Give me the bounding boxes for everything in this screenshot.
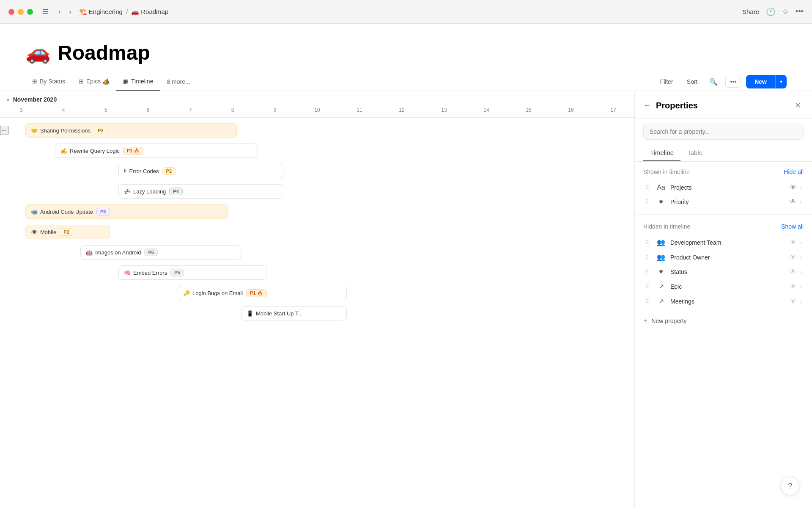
task-lazy[interactable]: 💤 Lazy Loading P4 xyxy=(118,184,283,199)
traffic-lights xyxy=(8,9,33,15)
dev-team-expand-button[interactable]: › xyxy=(800,239,802,246)
help-button[interactable]: ? xyxy=(781,477,799,495)
new-button[interactable]: New xyxy=(746,75,775,88)
status-expand-button[interactable]: › xyxy=(800,268,802,275)
drag-handle-meetings[interactable]: ⠿ xyxy=(645,298,652,305)
priority-expand-button[interactable]: › xyxy=(800,199,802,205)
status-visibility-button[interactable]: 👁 xyxy=(790,268,796,276)
dev-team-visibility-button[interactable]: 👁 xyxy=(790,239,796,246)
property-row-status: ⠿ ♥ Status 👁 › xyxy=(643,265,804,279)
share-button[interactable]: Share xyxy=(742,8,759,15)
panel-tab-timeline[interactable]: Timeline xyxy=(643,145,680,161)
projects-visibility-button[interactable]: 👁 xyxy=(790,184,796,191)
panel-tab-table[interactable]: Table xyxy=(680,145,709,161)
task-images[interactable]: 🤖 Images on Android P5 xyxy=(80,245,241,260)
task-back-sharing[interactable]: ← xyxy=(0,126,8,135)
projects-expand-button[interactable]: › xyxy=(800,184,802,191)
tab-more[interactable]: 8 more... xyxy=(160,73,197,90)
breadcrumb-engineering[interactable]: 🏗️ Engineering xyxy=(79,8,123,16)
property-row-projects: ⠿ Aa Projects 👁 › xyxy=(643,180,804,195)
titlebar: ☰ ‹ › 🏗️ Engineering / 🚗 Roadmap Share 🕐… xyxy=(0,0,812,24)
property-search-input[interactable] xyxy=(643,124,804,140)
forward-button[interactable]: › xyxy=(66,6,74,17)
date-16: 16 xyxy=(550,106,592,114)
hide-all-button[interactable]: Hide all xyxy=(784,168,804,175)
product-owner-visibility-button[interactable]: 👁 xyxy=(790,254,796,261)
drag-handle-projects[interactable]: ⠿ xyxy=(645,184,652,191)
task-priority-lazy: P4 xyxy=(169,188,182,195)
task-android[interactable]: 🦏 Android Code Update P3 xyxy=(25,204,228,219)
date-5: 5 xyxy=(85,106,127,114)
task-login[interactable]: 🔑 Login Bugs on Email P1 🔥 xyxy=(178,286,347,300)
drag-handle-dev-team[interactable]: ⠿ xyxy=(645,239,652,246)
more-options-icon[interactable]: ••• xyxy=(796,7,804,16)
star-icon[interactable]: ☆ xyxy=(782,7,789,17)
more-toolbar-button[interactable]: ••• xyxy=(725,76,741,88)
task-emoji-images: 🤖 xyxy=(86,249,93,256)
drag-handle-priority[interactable]: ⠿ xyxy=(645,199,652,205)
task-priority-rewrite: P1 🔥 xyxy=(123,147,144,155)
close-traffic-light[interactable] xyxy=(8,9,14,15)
drag-handle-product-owner[interactable]: ⠿ xyxy=(645,254,652,261)
by-status-label: By Status xyxy=(40,78,65,85)
task-priority-error: P2 xyxy=(162,167,176,175)
tab-timeline[interactable]: ▦ Timeline xyxy=(116,73,160,91)
tab-epics[interactable]: ⊞ Epics 🏕️ xyxy=(72,73,116,91)
panel-back-button[interactable]: ← xyxy=(643,101,651,110)
task-mobile[interactable]: 👁️ Mobile P2 xyxy=(25,225,110,239)
task-sharing[interactable]: 🤝 Sharing Permissions P2 xyxy=(25,123,237,138)
task-name-mobile-startup: Mobile Start Up T... xyxy=(256,310,302,317)
nav-buttons: ‹ › xyxy=(56,6,74,17)
meetings-expand-button[interactable]: › xyxy=(800,298,802,305)
task-row-error: ‼️ Error Codes P2 xyxy=(0,162,634,180)
task-emoji-lazy: 💤 xyxy=(124,188,131,195)
date-17: 17 xyxy=(592,106,634,114)
date-10: 10 xyxy=(296,106,338,114)
filter-button[interactable]: Filter xyxy=(656,76,678,88)
new-property-icon: + xyxy=(643,317,647,325)
breadcrumb-separator: / xyxy=(126,8,128,15)
product-owner-actions: 👁 › xyxy=(790,254,802,261)
drag-handle-epic[interactable]: ⠿ xyxy=(645,283,652,290)
task-mobile-startup[interactable]: 📱 Mobile Start Up T... xyxy=(241,306,347,320)
epic-type-icon: ↗ xyxy=(656,282,666,290)
expand-icon[interactable]: » xyxy=(7,97,10,102)
breadcrumb-roadmap[interactable]: 🚗 Roadmap xyxy=(131,8,168,16)
panel-close-button[interactable]: ✕ xyxy=(792,99,804,111)
timeline-tasks: ← 🤝 Sharing Permissions P2 ✍️ Rewrite Qu… xyxy=(0,118,634,508)
drag-handle-status[interactable]: ⠿ xyxy=(645,268,652,275)
task-rewrite[interactable]: ✍️ Rewrite Query Logic P1 🔥 xyxy=(55,144,258,158)
sort-button[interactable]: Sort xyxy=(683,76,702,88)
task-priority-embed: P5 xyxy=(170,269,184,276)
task-embed[interactable]: 🧠 Embed Errors P5 xyxy=(118,265,266,280)
tab-by-status[interactable]: ⊞ By Status xyxy=(25,73,72,91)
epic-visibility-button[interactable]: 👁 xyxy=(790,283,796,290)
shown-section: Shown in timeline Hide all ⠿ Aa Projects… xyxy=(635,162,812,213)
product-owner-expand-button[interactable]: › xyxy=(800,254,802,261)
new-property-row[interactable]: + New property xyxy=(635,312,812,330)
menu-button[interactable]: ☰ xyxy=(40,6,51,17)
panel-header: ← Properties ✕ xyxy=(635,91,812,119)
meetings-visibility-button[interactable]: 👁 xyxy=(790,298,796,305)
date-4: 4 xyxy=(42,106,85,114)
history-icon[interactable]: 🕐 xyxy=(766,7,775,17)
epic-expand-button[interactable]: › xyxy=(800,283,802,290)
status-name: Status xyxy=(670,268,785,275)
new-dropdown-button[interactable]: ▾ xyxy=(775,75,787,88)
search-icon[interactable]: 🔍 xyxy=(707,75,720,88)
date-13: 13 xyxy=(423,106,465,114)
task-row-sharing: ← 🤝 Sharing Permissions P2 xyxy=(0,121,634,140)
status-type-icon: ♥ xyxy=(656,268,666,276)
task-error[interactable]: ‼️ Error Codes P2 xyxy=(118,164,283,178)
titlebar-actions: Share 🕐 ☆ ••• xyxy=(742,7,804,17)
maximize-traffic-light[interactable] xyxy=(27,9,33,15)
epic-actions: 👁 › xyxy=(790,283,802,290)
properties-panel: ← Properties ✕ Timeline Table Shown in t… xyxy=(634,91,812,508)
show-all-button[interactable]: Show all xyxy=(781,223,804,230)
back-button[interactable]: ‹ xyxy=(56,6,63,17)
content-area: 🚗 Roadmap ⊞ By Status ⊞ Epics 🏕️ ▦ Timel… xyxy=(0,24,812,508)
minimize-traffic-light[interactable] xyxy=(18,9,24,15)
priority-visibility-button[interactable]: 👁 xyxy=(790,198,796,206)
date-15: 15 xyxy=(508,106,550,114)
priority-name: Priority xyxy=(670,199,785,205)
